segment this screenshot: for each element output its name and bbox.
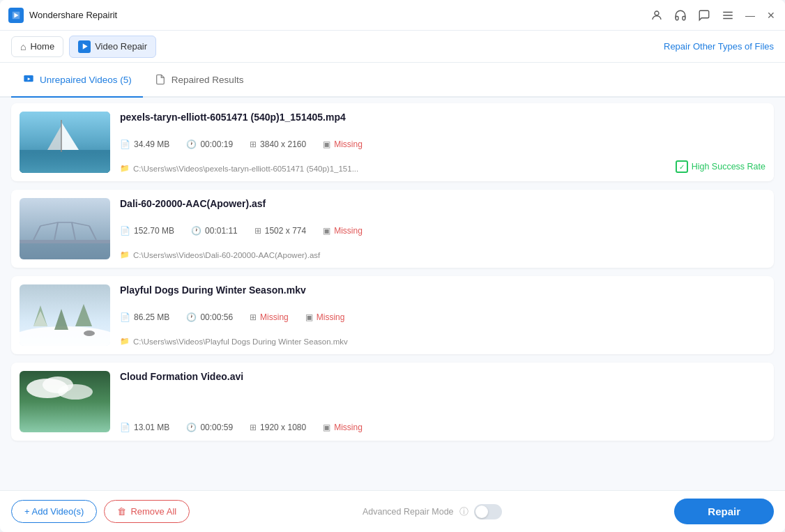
meta-duration: 🕐 00:00:56 — [186, 312, 233, 322]
duration-value: 00:01:11 — [205, 226, 238, 236]
meta-size: 📄 34.49 MB — [120, 139, 169, 149]
video-path: 📁 C:\Users\ws\Videos\Dali-60-20000-AAC(A… — [120, 250, 665, 259]
meta-size: 📄 152.70 MB — [120, 226, 174, 236]
success-check-icon: ✓ — [676, 160, 688, 173]
account-icon[interactable] — [650, 8, 664, 22]
menu-icon[interactable] — [721, 8, 735, 22]
svg-point-28 — [84, 330, 95, 336]
video-name: Cloud Formation Video.avi — [120, 371, 665, 382]
home-icon: ⌂ — [20, 41, 26, 52]
video-info: Playful Dogs During Winter Season.mkv 📄 … — [120, 284, 665, 346]
video-thumbnail — [20, 284, 110, 346]
meta-audio: ▣ Missing — [323, 139, 363, 149]
meta-resolution: ⊞ Missing — [250, 312, 289, 322]
file-icon: 📄 — [120, 423, 130, 432]
video-name: pexels-taryn-elliott-6051471 (540p)1_151… — [120, 112, 665, 123]
content-area: Unrepaired Videos (5) Repaired Results — [0, 63, 785, 532]
video-status: ✓ High Success Rate — [675, 112, 765, 173]
size-value: 152.70 MB — [134, 226, 174, 236]
resolution-value: 1502 x 774 — [265, 226, 306, 236]
screen-icon: ⊞ — [250, 312, 257, 322]
svg-rect-21 — [20, 243, 110, 259]
file-icon: 📄 — [120, 226, 130, 236]
repair-other-link[interactable]: Repair Other Types of Files — [664, 41, 774, 52]
folder-icon: 📁 — [120, 337, 130, 346]
audio-value: Missing — [317, 312, 345, 322]
audio-value: Missing — [334, 139, 363, 149]
video-repair-label: Video Repair — [95, 41, 147, 52]
size-value: 34.49 MB — [134, 139, 169, 149]
audio-icon: ▣ — [323, 423, 330, 432]
meta-duration: 🕐 00:00:19 — [186, 139, 233, 149]
chat-icon[interactable] — [697, 8, 711, 22]
video-path: 📁 C:\Users\ws\Videos\pexels-taryn-elliot… — [120, 164, 665, 173]
clock-icon: 🕐 — [191, 226, 201, 236]
titlebar-controls: — ✕ — [650, 8, 777, 22]
video-status — [675, 198, 765, 259]
folder-icon: 📁 — [120, 164, 130, 173]
path-value: C:\Users\ws\Videos\Dali-60-20000-AAC(Apo… — [133, 251, 320, 259]
advanced-mode-toggle[interactable] — [474, 504, 502, 519]
path-value: C:\Users\ws\Videos\pexels-taryn-elliott-… — [133, 165, 358, 173]
duration-value: 00:00:59 — [200, 423, 233, 432]
video-status — [675, 371, 765, 432]
svg-rect-8 — [20, 150, 110, 173]
video-thumbnail — [20, 371, 110, 432]
meta-duration: 🕐 00:00:59 — [186, 423, 233, 432]
minimize-button[interactable]: — — [745, 10, 756, 21]
meta-audio: ▣ Missing — [323, 423, 363, 432]
app-window: Wondershare Repairit — ✕ ⌂ Home — [0, 0, 785, 532]
video-name: Playful Dogs During Winter Season.mkv — [120, 284, 665, 296]
size-value: 86.25 MB — [134, 312, 169, 322]
audio-icon: ▣ — [305, 312, 313, 322]
meta-resolution: ⊞ 3840 x 2160 — [250, 139, 306, 149]
repaired-tab-icon — [154, 73, 167, 86]
video-info: Dali-60-20000-AAC(Apower).asf 📄 152.70 M… — [120, 198, 665, 259]
remove-label: Remove All — [130, 506, 176, 517]
clock-icon: 🕐 — [186, 139, 197, 149]
resolution-value: Missing — [260, 312, 289, 322]
titlebar-left: Wondershare Repairit — [8, 8, 117, 23]
video-path: 📁 C:\Users\ws\Videos\Playful Dogs During… — [120, 337, 665, 346]
home-button[interactable]: ⌂ Home — [11, 36, 63, 57]
video-meta: 📄 152.70 MB 🕐 00:01:11 ⊞ 1502 x 774 — [120, 226, 665, 236]
add-videos-button[interactable]: + Add Video(s) — [11, 500, 97, 523]
trash-icon: 🗑 — [117, 506, 126, 517]
video-item: pexels-taryn-elliott-6051471 (540p)1_151… — [11, 103, 774, 181]
duration-value: 00:00:19 — [200, 139, 233, 149]
video-status — [675, 284, 765, 346]
video-name: Dali-60-20000-AAC(Apower).asf — [120, 198, 665, 209]
repair-button[interactable]: Repair — [674, 499, 774, 524]
video-item: Playful Dogs During Winter Season.mkv 📄 … — [11, 276, 774, 354]
meta-duration: 🕐 00:01:11 — [191, 226, 238, 236]
home-label: Home — [30, 41, 54, 52]
high-success-badge: ✓ High Success Rate — [676, 160, 765, 173]
audio-value: Missing — [334, 226, 363, 236]
info-icon: ⓘ — [459, 506, 468, 518]
success-label: High Success Rate — [692, 162, 765, 172]
tab-unrepaired[interactable]: Unrepaired Videos (5) — [11, 63, 143, 98]
tab-unrepaired-label: Unrepaired Videos (5) — [40, 75, 132, 85]
headset-icon[interactable] — [673, 8, 687, 22]
video-thumbnail — [20, 112, 110, 173]
meta-size: 📄 86.25 MB — [120, 312, 169, 322]
resolution-value: 1920 x 1080 — [260, 423, 306, 432]
app-name: Wondershare Repairit — [29, 10, 117, 20]
video-icon — [78, 40, 91, 53]
video-repair-button[interactable]: Video Repair — [69, 36, 156, 58]
tab-repaired[interactable]: Repaired Results — [143, 63, 255, 98]
meta-audio: ▣ Missing — [323, 226, 363, 236]
path-value: C:\Users\ws\Videos\Playful Dogs During W… — [133, 337, 348, 346]
audio-value: Missing — [334, 423, 363, 432]
bottom-left: + Add Video(s) 🗑 Remove All — [11, 500, 190, 523]
remove-all-button[interactable]: 🗑 Remove All — [104, 500, 190, 523]
titlebar: Wondershare Repairit — ✕ — [0, 0, 785, 31]
svg-point-0 — [655, 11, 659, 15]
advanced-mode-label: Advanced Repair Mode — [363, 507, 454, 517]
duration-value: 00:00:56 — [200, 312, 233, 322]
video-item: Cloud Formation Video.avi 📄 13.01 MB 🕐 0… — [11, 363, 774, 441]
file-icon: 📄 — [120, 139, 130, 149]
video-meta: 📄 86.25 MB 🕐 00:00:56 ⊞ Missing ▣ — [120, 312, 665, 322]
clock-icon: 🕐 — [186, 423, 197, 432]
close-button[interactable]: ✕ — [765, 10, 777, 21]
